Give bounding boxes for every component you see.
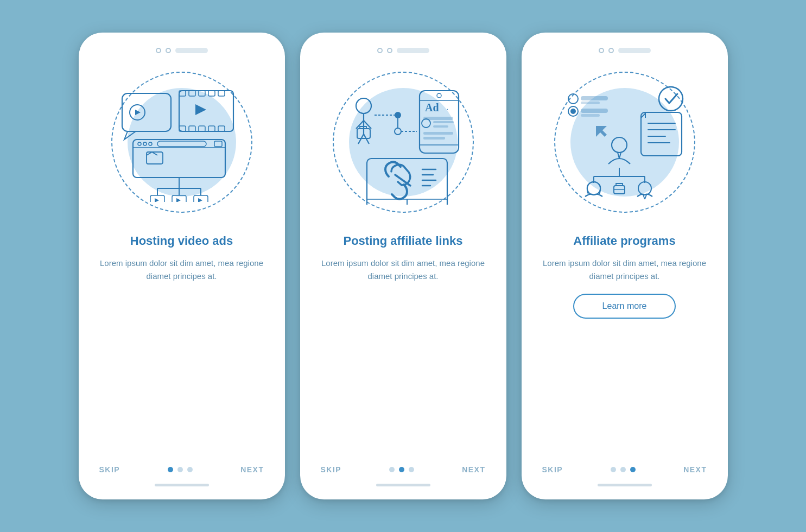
dot-1-3 — [187, 467, 193, 472]
phone-2: Ad . — [300, 33, 506, 499]
affiliate-links-icon: Ad . — [341, 80, 466, 205]
svg-point-18 — [143, 142, 147, 145]
dot-3-2 — [620, 467, 626, 472]
svg-marker-14 — [195, 104, 206, 115]
svg-text:Ad: Ad — [425, 102, 439, 113]
svg-point-81 — [612, 137, 627, 153]
dot-2-2 — [399, 467, 404, 472]
dot-3-3 — [630, 467, 636, 472]
svg-line-83 — [619, 153, 621, 159]
phone-1-description: Lorem ipsum dolor sit dim amet, mea regi… — [94, 257, 270, 283]
phone-2-title: Posting affiliate links — [343, 233, 462, 249]
svg-line-93 — [645, 195, 646, 199]
dot-2-1 — [389, 467, 395, 472]
dot-1-2 — [177, 467, 183, 472]
phone-1-next[interactable]: NEXT — [240, 465, 264, 474]
notch-circle-6 — [608, 48, 614, 53]
phones-container: Hosting video ads Lorem ipsum dolor sit … — [79, 33, 728, 499]
phone-2-next[interactable]: NEXT — [462, 465, 485, 474]
phone-1: Hosting video ads Lorem ipsum dolor sit … — [79, 33, 285, 499]
svg-rect-8 — [218, 91, 225, 96]
phone-3-next[interactable]: NEXT — [683, 465, 707, 474]
notch-pill-3 — [618, 48, 651, 53]
svg-marker-73 — [596, 126, 607, 137]
svg-point-17 — [138, 142, 141, 145]
svg-rect-12 — [208, 126, 215, 131]
dot-1-1 — [168, 467, 173, 472]
svg-marker-31 — [176, 198, 181, 202]
dot-3-1 — [611, 467, 616, 472]
phone-3-illustration — [537, 61, 713, 224]
svg-rect-67 — [581, 96, 608, 100]
svg-rect-55 — [433, 125, 448, 128]
svg-rect-57 — [423, 137, 445, 140]
notch-circle-2 — [166, 48, 171, 53]
svg-rect-7 — [208, 91, 215, 96]
phone-1-illustration — [94, 61, 270, 224]
svg-point-42 — [395, 128, 401, 135]
svg-rect-54 — [433, 121, 454, 123]
notch-circle-4 — [387, 48, 392, 53]
phone-2-illustration: Ad . — [315, 61, 491, 224]
svg-point-91 — [638, 182, 651, 195]
svg-rect-10 — [189, 126, 195, 131]
phone-3: Affiliate programs Lorem ipsum dolor sit… — [522, 33, 728, 499]
svg-point-19 — [149, 142, 152, 145]
phone-1-home-indicator — [155, 484, 209, 486]
svg-rect-70 — [581, 109, 608, 113]
svg-rect-58 — [367, 159, 447, 205]
svg-rect-3 — [179, 91, 233, 131]
svg-point-74 — [659, 87, 683, 111]
video-ads-icon — [117, 83, 247, 202]
phone-1-notch — [94, 48, 270, 53]
phone-3-home-indicator — [598, 484, 652, 486]
svg-point-34 — [356, 98, 371, 113]
phone-2-notch — [315, 48, 491, 53]
svg-rect-68 — [581, 102, 600, 104]
phone-2-dots — [389, 467, 414, 472]
notch-circle-3 — [377, 48, 383, 53]
phone-1-skip[interactable]: SKIP — [99, 465, 120, 474]
svg-rect-13 — [218, 126, 225, 131]
notch-circle-5 — [599, 48, 604, 53]
svg-rect-56 — [423, 132, 453, 135]
dot-2-3 — [409, 467, 414, 472]
phone-2-description: Lorem ipsum dolor sit dim amet, mea regi… — [315, 257, 491, 283]
phone-3-notch — [537, 48, 713, 53]
svg-point-72 — [570, 109, 576, 114]
phone-1-title: Hosting video ads — [130, 233, 233, 249]
notch-pill-2 — [397, 48, 429, 53]
affiliate-programs-icon — [557, 80, 693, 205]
phone-3-description: Lorem ipsum dolor sit dim amet, mea regi… — [537, 257, 713, 283]
svg-text:.: . — [447, 104, 448, 111]
svg-point-53 — [422, 119, 430, 128]
svg-rect-71 — [581, 114, 600, 117]
svg-line-37 — [364, 121, 371, 129]
phone-2-home-indicator — [376, 484, 430, 486]
learn-more-button[interactable]: Learn more — [573, 294, 676, 319]
phone-3-title: Affiliate programs — [573, 233, 675, 249]
svg-marker-33 — [198, 198, 202, 202]
svg-rect-21 — [214, 141, 222, 147]
svg-rect-11 — [199, 126, 205, 131]
phone-1-dots — [168, 467, 193, 472]
svg-rect-75 — [641, 112, 682, 156]
svg-marker-2 — [135, 110, 141, 115]
svg-marker-29 — [155, 198, 159, 202]
svg-rect-6 — [199, 91, 205, 96]
svg-rect-5 — [189, 91, 195, 96]
notch-pill — [175, 48, 208, 53]
phone-2-skip[interactable]: SKIP — [321, 465, 342, 474]
svg-point-66 — [568, 94, 578, 104]
svg-rect-20 — [157, 141, 206, 147]
phone-3-bottom-nav: SKIP NEXT — [537, 465, 713, 474]
phone-3-skip[interactable]: SKIP — [542, 465, 563, 474]
phone-1-bottom-nav: SKIP NEXT — [94, 465, 270, 474]
svg-point-49 — [437, 93, 441, 98]
svg-point-41 — [395, 112, 401, 118]
phone-3-dots — [611, 467, 636, 472]
notch-circle-1 — [156, 48, 161, 53]
phone-2-bottom-nav: SKIP NEXT — [315, 465, 491, 474]
